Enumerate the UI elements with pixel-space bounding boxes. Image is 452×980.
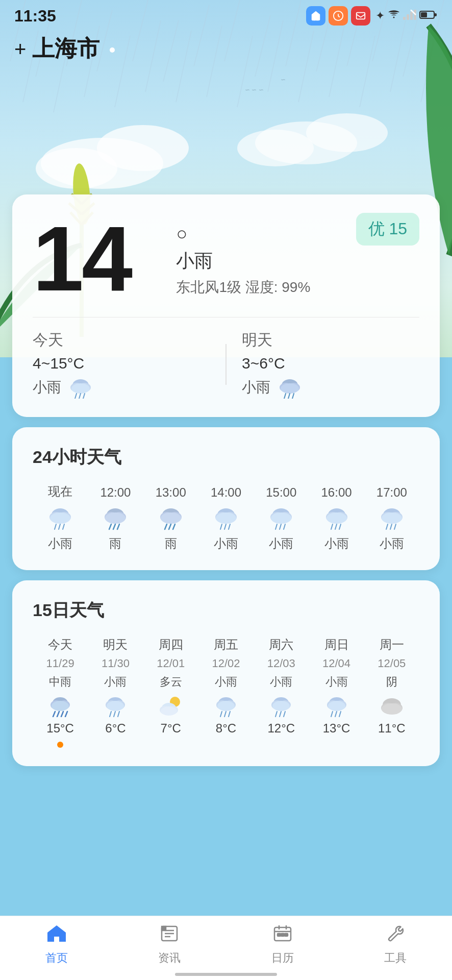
svg-line-112 — [339, 524, 341, 529]
fifteen-day-card: 15日天气 今天 11/29 中雨 15°C — [12, 580, 440, 766]
hour-time-1: 12:00 — [100, 485, 131, 500]
day-icon-2 — [158, 694, 184, 717]
svg-line-61 — [75, 394, 77, 399]
svg-line-127 — [65, 712, 67, 717]
day-col-3: 周五 12/02 小雨 8°C — [198, 636, 254, 748]
notification-icons: ✦ ⚡ — [306, 6, 438, 26]
day-col-1: 明天 11/30 小雨 6°C — [88, 636, 143, 748]
svg-point-81 — [105, 512, 125, 524]
day-weather-0: 中雨 — [49, 674, 71, 690]
hour-icon-1 — [101, 505, 130, 530]
day-icon-4 — [268, 694, 294, 717]
svg-point-139 — [161, 706, 177, 716]
svg-point-95 — [216, 512, 236, 524]
svg-line-68 — [284, 394, 286, 399]
svg-line-69 — [288, 394, 290, 399]
nav-tools[interactable]: 工具 — [339, 924, 453, 966]
nav-home[interactable]: 首页 — [0, 924, 113, 966]
svg-line-84 — [117, 524, 119, 529]
nav-calendar-label: 日历 — [271, 950, 294, 966]
day-col-5: 周日 12/04 小雨 13°C — [309, 636, 364, 748]
svg-point-60 — [71, 383, 90, 394]
svg-line-144 — [220, 712, 222, 717]
hour-desc-3: 小雨 — [214, 535, 238, 552]
day-label-4: 周六 — [269, 636, 293, 653]
today-weather-row: 小雨 — [33, 376, 210, 399]
svg-line-134 — [118, 712, 119, 717]
aqi-label: 优 — [368, 219, 385, 238]
day-icon-0 — [47, 694, 73, 717]
day-date-0: 11/29 — [46, 657, 74, 670]
day-col-6: 周一 12/05 阴 11°C — [364, 636, 419, 748]
svg-point-102 — [271, 512, 291, 524]
hour-icon-0 — [46, 505, 74, 530]
hour-desc-1: 雨 — [109, 535, 121, 552]
svg-point-67 — [281, 383, 299, 394]
svg-point-143 — [217, 701, 235, 711]
nav-calendar[interactable]: 日历 — [226, 924, 339, 966]
day-icon-5 — [323, 694, 350, 717]
today-forecast: 今天 4~15°C 小雨 — [33, 330, 210, 399]
hour-item-3: 14:00 小雨 — [198, 485, 254, 552]
nav-news-label: 资讯 — [158, 950, 181, 966]
day-forecast: 今天 4~15°C 小雨 明天 — [33, 317, 419, 399]
day-date-3: 12/02 — [212, 657, 240, 670]
svg-line-152 — [280, 712, 281, 717]
home-icon — [46, 924, 67, 947]
today-weather-icon — [67, 376, 94, 399]
svg-line-63 — [83, 394, 85, 399]
day-date-4: 12/03 — [267, 657, 295, 670]
svg-line-119 — [394, 524, 396, 529]
hour-item-6: 17:00 小雨 — [364, 485, 419, 552]
svg-line-96 — [220, 524, 222, 529]
svg-rect-48 — [403, 17, 406, 20]
day-label-2: 周四 — [159, 636, 183, 653]
hour-desc-6: 小雨 — [380, 535, 404, 552]
nav-news[interactable]: 资讯 — [113, 924, 227, 966]
svg-point-164 — [382, 703, 402, 715]
weather-wind: 东北风1级 湿度: 99% — [176, 278, 310, 297]
nav-home-label: 首页 — [45, 950, 68, 966]
tools-icon — [385, 924, 406, 947]
svg-line-111 — [335, 524, 337, 529]
svg-line-104 — [280, 524, 281, 529]
hour-item-1: 12:00 雨 — [88, 485, 143, 552]
notif-icon-3 — [351, 6, 370, 26]
tomorrow-weather-row: 小雨 — [242, 376, 419, 399]
day-temp-5: 13°C — [323, 721, 350, 736]
add-city-button[interactable]: + — [14, 39, 26, 59]
svg-rect-49 — [407, 14, 409, 20]
days-row: 今天 11/29 中雨 15°C 明天 11/ — [33, 636, 419, 748]
current-main: 14 ○ 小雨 东北风1级 湿度: 99% 优 15 — [33, 213, 419, 305]
svg-point-157 — [328, 701, 345, 711]
tomorrow-temp: 3~6°C — [242, 355, 419, 372]
day-weather-4: 小雨 — [270, 674, 292, 690]
hourly-row: 现在 小雨 12:00 — [33, 483, 419, 552]
svg-point-74 — [50, 512, 70, 524]
hour-desc-2: 雨 — [165, 535, 177, 552]
tomorrow-forecast: 明天 3~6°C 小雨 — [242, 330, 419, 399]
svg-line-110 — [331, 524, 333, 529]
svg-line-153 — [284, 712, 285, 717]
svg-line-132 — [110, 712, 111, 717]
day-weather-5: 小雨 — [325, 674, 348, 690]
temp-unit: ○ — [176, 223, 310, 244]
tomorrow-weather-icon — [277, 376, 303, 399]
hour-item-4: 15:00 小雨 — [254, 485, 309, 552]
day-temp-4: 12°C — [267, 721, 295, 736]
svg-line-117 — [386, 524, 388, 529]
day-date-2: 12/01 — [157, 657, 185, 670]
day-temp-6: 11°C — [378, 721, 406, 736]
day-weather-6: 阴 — [386, 674, 397, 690]
svg-rect-54 — [421, 12, 427, 17]
svg-line-125 — [57, 712, 59, 717]
svg-rect-175 — [281, 934, 284, 936]
hour-item-2: 13:00 雨 — [143, 485, 198, 552]
hour-icon-5 — [322, 505, 351, 530]
svg-line-90 — [169, 524, 171, 529]
svg-line-89 — [165, 524, 167, 529]
header: + 上海市 — [0, 30, 452, 72]
svg-line-126 — [61, 712, 63, 717]
day-col-4: 周六 12/03 小雨 12°C — [254, 636, 309, 748]
hour-desc-5: 小雨 — [324, 535, 349, 552]
